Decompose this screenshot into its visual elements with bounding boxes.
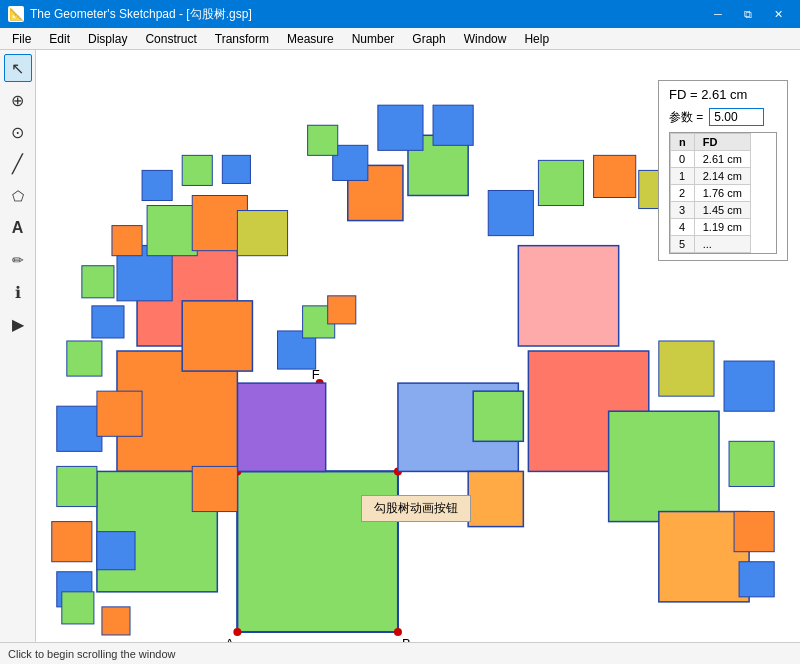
col-n: n xyxy=(671,134,695,151)
svg-rect-55 xyxy=(328,296,356,324)
menu-file[interactable]: File xyxy=(4,30,39,48)
svg-rect-35 xyxy=(518,246,618,346)
svg-rect-43 xyxy=(488,190,533,235)
menu-transform[interactable]: Transform xyxy=(207,30,277,48)
svg-rect-61 xyxy=(468,471,523,526)
svg-rect-60 xyxy=(473,391,523,441)
col-fd: FD xyxy=(694,134,750,151)
minimize-button[interactable]: ─ xyxy=(704,0,732,28)
svg-rect-39 xyxy=(724,361,774,411)
polygon-tool[interactable]: ⬠ xyxy=(4,182,32,210)
svg-rect-26 xyxy=(182,301,252,371)
menu-construct[interactable]: Construct xyxy=(137,30,204,48)
svg-rect-31 xyxy=(142,170,172,200)
svg-rect-27 xyxy=(67,341,102,376)
status-bar: Click to begin scrolling the window xyxy=(0,642,800,664)
param-input[interactable] xyxy=(709,108,764,126)
close-button[interactable]: ✕ xyxy=(764,0,792,28)
svg-rect-45 xyxy=(594,155,636,197)
menu-display[interactable]: Display xyxy=(80,30,135,48)
custom-tool[interactable]: ▶ xyxy=(4,310,32,338)
svg-rect-38 xyxy=(659,341,714,396)
svg-rect-59 xyxy=(102,607,130,635)
window-title: The Geometer's Sketchpad - [勾股树.gsp] xyxy=(30,6,252,23)
svg-rect-19 xyxy=(52,522,92,562)
canvas-area[interactable]: A B C D F xyxy=(36,50,800,642)
svg-rect-25 xyxy=(237,211,287,256)
svg-rect-56 xyxy=(192,466,237,511)
svg-rect-57 xyxy=(97,532,135,570)
table-row: 2 1.76 cm xyxy=(671,185,751,202)
menu-window[interactable]: Window xyxy=(456,30,515,48)
svg-rect-29 xyxy=(82,266,114,298)
info-panel: FD = 2.61 cm 参数 = n FD 0 xyxy=(658,80,788,261)
point-tool[interactable]: ⊕ xyxy=(4,86,32,114)
svg-rect-50 xyxy=(433,105,473,145)
table-row: 3 1.45 cm xyxy=(671,202,751,219)
svg-rect-18 xyxy=(57,466,97,506)
table-row: 1 2.14 cm xyxy=(671,168,751,185)
menu-number[interactable]: Number xyxy=(344,30,403,48)
svg-rect-12 xyxy=(237,383,325,471)
svg-rect-33 xyxy=(222,155,250,183)
toolbar: ↖ ⊕ ⊙ ╱ ⬠ A ✏ ℹ ▶ xyxy=(0,50,36,642)
svg-rect-21 xyxy=(97,391,142,436)
menu-help[interactable]: Help xyxy=(516,30,557,48)
svg-rect-44 xyxy=(538,160,583,205)
svg-rect-17 xyxy=(57,406,102,451)
app-icon: 📐 xyxy=(8,6,24,22)
menu-bar: File Edit Display Construct Transform Me… xyxy=(0,28,800,50)
fd-display: FD = 2.61 cm xyxy=(669,87,777,102)
window-controls[interactable]: ─ ⧉ ✕ xyxy=(704,0,792,28)
svg-point-4 xyxy=(394,628,402,636)
svg-rect-36 xyxy=(609,411,719,521)
table-row: 0 2.61 cm xyxy=(671,151,751,168)
text-tool[interactable]: A xyxy=(4,214,32,242)
svg-rect-52 xyxy=(308,125,338,155)
info-tool[interactable]: ℹ xyxy=(4,278,32,306)
table-row: 4 1.19 cm xyxy=(671,219,751,236)
menu-measure[interactable]: Measure xyxy=(279,30,342,48)
anim-button[interactable]: 勾股树动画按钮 xyxy=(361,495,471,522)
svg-text:B: B xyxy=(402,636,411,642)
data-table: n FD 0 2.61 cm 1 2.14 cm xyxy=(669,132,777,254)
svg-text:A: A xyxy=(225,636,234,642)
title-bar: 📐 The Geometer's Sketchpad - [勾股树.gsp] ─… xyxy=(0,0,800,28)
compass-tool[interactable]: ⊙ xyxy=(4,118,32,146)
menu-edit[interactable]: Edit xyxy=(41,30,78,48)
status-text: Click to begin scrolling the window xyxy=(8,648,176,660)
svg-rect-42 xyxy=(739,562,774,597)
svg-rect-28 xyxy=(92,306,124,338)
svg-rect-58 xyxy=(62,592,94,624)
svg-rect-23 xyxy=(147,206,197,256)
svg-rect-30 xyxy=(112,226,142,256)
svg-rect-32 xyxy=(182,155,212,185)
svg-rect-49 xyxy=(378,105,423,150)
table-row: 5 ... xyxy=(671,236,751,253)
svg-point-2 xyxy=(233,628,241,636)
svg-rect-40 xyxy=(729,441,774,486)
restore-button[interactable]: ⧉ xyxy=(734,0,762,28)
select-tool[interactable]: ↖ xyxy=(4,54,32,82)
main-container: ↖ ⊕ ⊙ ╱ ⬠ A ✏ ℹ ▶ A B C D F xyxy=(0,50,800,642)
param-label: 参数 = xyxy=(669,109,703,126)
line-tool[interactable]: ╱ xyxy=(4,150,32,178)
menu-graph[interactable]: Graph xyxy=(404,30,453,48)
svg-rect-41 xyxy=(734,512,774,552)
marker-tool[interactable]: ✏ xyxy=(4,246,32,274)
